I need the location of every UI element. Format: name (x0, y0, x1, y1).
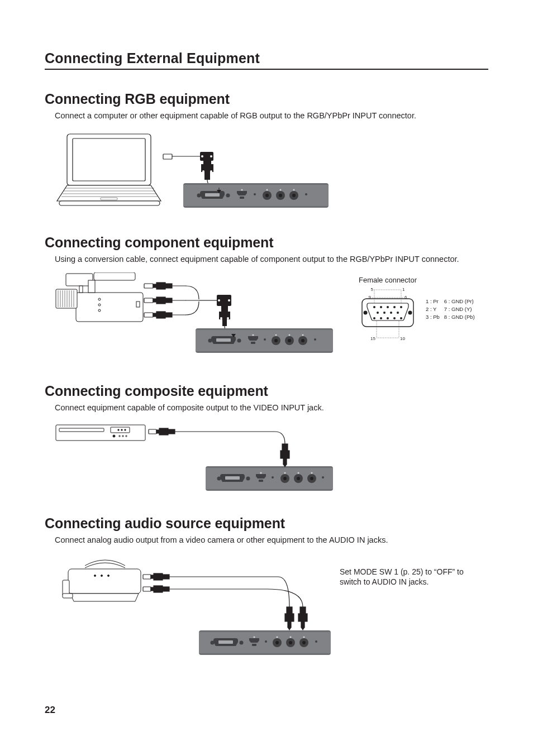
svg-rect-163 (68, 569, 141, 594)
svg-point-94 (301, 339, 304, 342)
svg-rect-55 (144, 284, 153, 288)
svg-rect-37 (76, 293, 143, 322)
svg-point-12 (210, 155, 212, 157)
svg-point-199 (303, 637, 305, 638)
svg-rect-142 (280, 451, 289, 458)
svg-rect-169 (143, 575, 151, 579)
svg-point-168 (108, 575, 110, 577)
svg-rect-180 (300, 607, 306, 614)
svg-rect-56 (153, 284, 156, 288)
svg-point-30 (279, 194, 282, 197)
svg-point-22 (226, 193, 230, 197)
svg-point-124 (400, 317, 402, 319)
svg-point-117 (383, 312, 386, 314)
svg-point-195 (289, 641, 292, 644)
svg-rect-51 (136, 302, 140, 307)
svg-point-148 (246, 476, 250, 480)
section-composite: Connecting composite equipment Connect e… (45, 383, 488, 494)
svg-rect-170 (151, 575, 154, 578)
svg-point-72 (218, 299, 220, 302)
diagram-component (55, 272, 334, 362)
svg-rect-140 (168, 429, 175, 434)
svg-point-35 (305, 193, 307, 195)
svg-rect-178 (285, 614, 294, 621)
svg-point-89 (275, 334, 277, 336)
svg-rect-177 (287, 607, 292, 614)
connector-caption: Female connector (356, 276, 419, 284)
svg-rect-175 (154, 586, 163, 592)
svg-point-27 (265, 194, 269, 197)
svg-point-132 (121, 429, 122, 430)
svg-point-91 (288, 339, 291, 342)
svg-point-167 (101, 575, 103, 577)
svg-rect-78 (222, 319, 227, 326)
svg-marker-201 (287, 627, 292, 630)
svg-point-95 (302, 334, 304, 336)
svg-point-34 (293, 189, 295, 190)
svg-point-112 (380, 306, 382, 308)
svg-rect-171 (154, 573, 163, 580)
diagram-audio (55, 553, 334, 665)
svg-text:15: 15 (370, 336, 375, 341)
svg-point-110 (408, 311, 412, 315)
svg-point-150 (260, 472, 262, 473)
pin-table: 1 : Pr6 : GND (Pr) 2 : Y7 : GND (Y) 3 : … (425, 297, 479, 322)
section-body-component: Using a conversion cable, connect equipm… (55, 254, 488, 265)
svg-rect-181 (298, 614, 307, 621)
svg-rect-48 (79, 286, 83, 293)
svg-point-85 (253, 334, 254, 336)
svg-rect-2 (59, 201, 160, 205)
svg-point-115 (400, 306, 402, 308)
svg-rect-74 (221, 306, 228, 312)
svg-point-31 (280, 189, 282, 190)
svg-rect-57 (156, 283, 165, 289)
svg-point-161 (322, 476, 324, 479)
svg-point-16 (210, 170, 212, 173)
diagram-rgb (55, 130, 334, 213)
svg-rect-82 (216, 338, 231, 342)
svg-point-157 (298, 472, 299, 473)
chapter-title: Connecting External Equipment (45, 50, 488, 70)
svg-marker-202 (301, 627, 305, 630)
svg-point-133 (125, 429, 126, 430)
section-component: Connecting component equipment Using a c… (45, 235, 488, 362)
svg-point-192 (275, 641, 279, 644)
svg-point-73 (228, 299, 230, 302)
section-body-composite: Connect equipment capable of composite o… (55, 403, 488, 414)
svg-point-166 (94, 575, 96, 577)
section-body-rgb: Connect a computer or other equipment ca… (55, 111, 488, 122)
svg-point-96 (314, 338, 316, 341)
svg-rect-50 (88, 280, 95, 293)
svg-text:5: 5 (371, 287, 374, 292)
svg-rect-174 (151, 587, 154, 591)
svg-rect-186 (218, 640, 233, 644)
svg-text:1: 1 (402, 287, 405, 292)
svg-rect-8 (163, 154, 172, 159)
svg-rect-127 (56, 425, 145, 441)
svg-point-123 (393, 317, 396, 319)
svg-rect-7 (101, 198, 117, 200)
svg-rect-138 (156, 430, 159, 433)
section-body-audio: Connect analog audio output from a video… (55, 535, 488, 546)
svg-rect-139 (159, 428, 168, 435)
svg-rect-66 (153, 313, 156, 317)
svg-rect-165 (63, 594, 73, 598)
svg-point-153 (283, 477, 287, 480)
pinout-block: Female connector 5 1 9 6 15 10 (356, 276, 479, 342)
svg-rect-182 (301, 621, 304, 627)
svg-point-77 (227, 317, 229, 319)
audio-note: Set MODE SW 1 (p. 25) to “OFF” to switch… (340, 567, 468, 587)
svg-point-92 (289, 334, 291, 336)
svg-rect-21 (205, 193, 220, 197)
svg-point-156 (297, 477, 300, 480)
svg-point-159 (310, 477, 313, 480)
svg-rect-149 (259, 480, 263, 482)
svg-rect-58 (165, 284, 172, 288)
svg-point-28 (266, 189, 268, 190)
svg-rect-147 (225, 476, 240, 480)
svg-point-193 (277, 637, 278, 638)
svg-rect-84 (251, 342, 255, 344)
svg-point-160 (311, 472, 313, 473)
section-title-composite: Connecting composite equipment (45, 383, 488, 399)
svg-text:10: 10 (400, 336, 405, 341)
